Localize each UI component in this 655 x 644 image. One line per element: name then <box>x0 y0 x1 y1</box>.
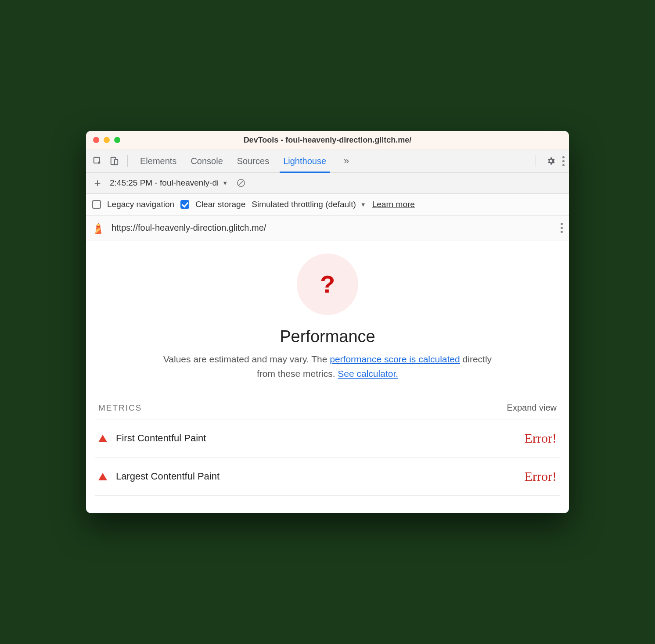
metrics-header: METRICS Expand view <box>95 403 560 419</box>
chevron-down-icon: ▼ <box>360 201 366 208</box>
traffic-lights <box>86 137 120 143</box>
new-report-button[interactable]: + <box>91 176 104 190</box>
lighthouse-icon <box>92 222 104 234</box>
clear-storage-checkbox[interactable] <box>180 200 189 209</box>
lighthouse-options-bar: Legacy navigation Clear storage Simulate… <box>86 194 569 216</box>
performance-score-gauge: ? <box>297 254 358 315</box>
metric-value: Error! <box>525 431 557 446</box>
chevron-down-icon: ▼ <box>222 180 228 186</box>
titlebar: DevTools - foul-heavenly-direction.glitc… <box>86 131 569 150</box>
throttling-label: Simulated throttling (default) <box>252 200 356 209</box>
overflow-tabs-icon[interactable]: » <box>339 154 353 168</box>
metric-row: Largest Contentful Paint Error! <box>95 458 560 496</box>
legacy-navigation-checkbox[interactable] <box>92 200 101 209</box>
tab-lighthouse[interactable]: Lighthouse <box>282 151 327 172</box>
tab-sources[interactable]: Sources <box>236 151 270 172</box>
zoom-button[interactable] <box>114 137 120 143</box>
error-triangle-icon <box>98 473 107 480</box>
inspect-icon[interactable] <box>90 154 104 168</box>
report-url: https://foul-heavenly-direction.glitch.m… <box>112 223 266 233</box>
toolbar-separator <box>536 155 536 167</box>
perf-score-link[interactable]: performance score is calculated <box>330 354 460 364</box>
report-selector-label: 2:45:25 PM - foul-heavenly-di <box>110 178 219 188</box>
report-selector[interactable]: 2:45:25 PM - foul-heavenly-di ▼ <box>110 178 228 188</box>
svg-rect-9 <box>97 224 99 226</box>
main-toolbar: Elements Console Sources Lighthouse » <box>86 150 569 173</box>
report-content: ? Performance Values are estimated and m… <box>86 240 569 513</box>
panel-tabs: Elements Console Sources Lighthouse » <box>139 151 529 172</box>
svg-line-4 <box>239 181 244 186</box>
calculator-link[interactable]: See calculator. <box>338 369 398 379</box>
metrics-heading: METRICS <box>98 403 142 413</box>
performance-gauge-section: ? Performance Values are estimated and m… <box>95 254 560 381</box>
category-title: Performance <box>280 327 375 346</box>
metric-name: First Contentful Paint <box>116 433 206 444</box>
tab-console[interactable]: Console <box>190 151 223 172</box>
metric-value: Error! <box>525 469 557 484</box>
lighthouse-subbar: + 2:45:25 PM - foul-heavenly-di ▼ <box>86 173 569 194</box>
gauge-symbol: ? <box>320 270 335 298</box>
category-description: Values are estimated and may vary. The p… <box>156 352 499 381</box>
expand-view-toggle[interactable]: Expand view <box>507 403 557 413</box>
legacy-navigation-label: Legacy navigation <box>107 200 174 209</box>
gear-icon[interactable] <box>544 154 558 168</box>
error-triangle-icon <box>98 435 107 442</box>
report-url-bar: https://foul-heavenly-direction.glitch.m… <box>86 216 569 240</box>
desc-text: Values are estimated and may vary. The <box>163 354 330 364</box>
toolbar-separator <box>127 155 128 167</box>
report-menu-icon[interactable] <box>561 223 563 233</box>
tab-elements[interactable]: Elements <box>139 151 177 172</box>
metric-row: First Contentful Paint Error! <box>95 419 560 458</box>
devtools-window: DevTools - foul-heavenly-direction.glitc… <box>86 131 569 513</box>
more-icon[interactable] <box>562 156 565 166</box>
clear-icon[interactable] <box>234 176 248 190</box>
learn-more-link[interactable]: Learn more <box>372 200 415 209</box>
minimize-button[interactable] <box>104 137 110 143</box>
clear-storage-label: Clear storage <box>195 200 245 209</box>
window-title: DevTools - foul-heavenly-direction.glitc… <box>86 136 569 145</box>
close-button[interactable] <box>93 137 99 143</box>
device-toggle-icon[interactable] <box>107 154 121 168</box>
svg-rect-2 <box>115 160 118 165</box>
metric-name: Largest Contentful Paint <box>116 471 220 482</box>
throttling-selector[interactable]: Simulated throttling (default) ▼ <box>252 200 366 209</box>
